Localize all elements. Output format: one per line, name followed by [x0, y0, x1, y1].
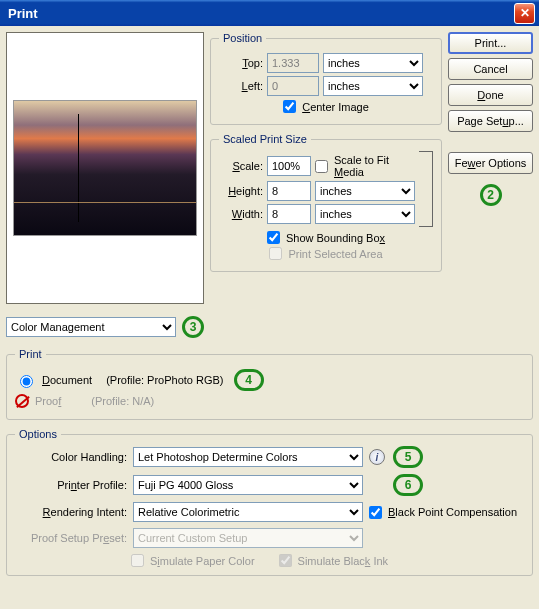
width-label: Width:: [219, 208, 263, 220]
close-icon: ✕: [520, 6, 530, 20]
document-label: Document: [42, 374, 92, 386]
position-legend: Position: [219, 32, 266, 44]
top-label: Top:: [219, 57, 263, 69]
scaled-group: Scaled Print Size Scale: Scale to Fit Me…: [210, 133, 442, 272]
proof-preset-label: Proof Setup Preset:: [15, 532, 127, 544]
print-legend: Print: [15, 348, 46, 360]
color-handling-label: Color Handling:: [15, 451, 127, 463]
proof-label: Proof: [35, 395, 61, 407]
annotation-3: 3: [182, 316, 204, 338]
color-handling-select[interactable]: Let Photoshop Determine Colors: [133, 447, 363, 467]
bpc-checkbox[interactable]: Black Point Compensation: [369, 506, 524, 519]
annotation-2: 2: [480, 184, 502, 206]
height-unit-select[interactable]: inches: [315, 181, 415, 201]
preview-image: [13, 100, 197, 236]
annotation-4: 4: [234, 369, 264, 391]
scale-label: Scale:: [219, 160, 263, 172]
position-group: Position Top: inches Left: inches Center…: [210, 32, 442, 125]
simulate-paper-checkbox: Simulate Paper Color: [131, 554, 255, 567]
options-legend: Options: [15, 428, 61, 440]
height-label: Height:: [219, 185, 263, 197]
print-preview: [6, 32, 204, 304]
bpc-input[interactable]: [369, 506, 382, 519]
simulate-ink-checkbox: Simulate Black Ink: [279, 554, 389, 567]
page-setup-button[interactable]: Page Setup...: [448, 110, 533, 132]
left-unit-select[interactable]: inches: [323, 76, 423, 96]
left-input[interactable]: [267, 76, 319, 96]
print-button[interactable]: Print...: [448, 32, 533, 54]
info-icon[interactable]: i: [369, 449, 385, 465]
left-label: Left:: [219, 80, 263, 92]
proof-preset-select: Current Custom Setup: [133, 528, 363, 548]
print-selected-area-input: [269, 247, 282, 260]
show-bbox-checkbox[interactable]: Show Bounding Box: [267, 231, 385, 244]
top-input[interactable]: [267, 53, 319, 73]
options-section: Options Color Handling: Let Photoshop De…: [6, 428, 533, 576]
rendering-intent-select[interactable]: Relative Colorimetric: [133, 502, 363, 522]
height-input[interactable]: [267, 181, 311, 201]
show-bbox-input[interactable]: [267, 231, 280, 244]
document-radio[interactable]: [20, 375, 33, 388]
printer-profile-label: Printer Profile:: [15, 479, 127, 491]
scale-input[interactable]: [267, 156, 311, 176]
print-selected-area-checkbox: Print Selected Area: [269, 247, 382, 260]
simulate-ink-input: [279, 554, 292, 567]
fewer-options-button[interactable]: Fewer Options: [448, 152, 533, 174]
width-unit-select[interactable]: inches: [315, 204, 415, 224]
scale-to-fit-checkbox[interactable]: Scale to Fit Media: [315, 154, 415, 178]
document-profile: (Profile: ProPhoto RGB): [106, 374, 223, 386]
close-button[interactable]: ✕: [514, 3, 535, 24]
top-unit-select[interactable]: inches: [323, 53, 423, 73]
titlebar: Print ✕: [0, 0, 539, 26]
prohibit-icon: [15, 394, 29, 408]
annotation-5: 5: [393, 446, 423, 468]
done-button[interactable]: Done: [448, 84, 533, 106]
center-image-input[interactable]: [283, 100, 296, 113]
center-image-checkbox[interactable]: Center Image: [283, 100, 369, 113]
scale-to-fit-input[interactable]: [315, 160, 328, 173]
print-section: Print Document (Profile: ProPhoto RGB) 4…: [6, 348, 533, 420]
annotation-6: 6: [393, 474, 423, 496]
simulate-paper-input: [131, 554, 144, 567]
rendering-intent-label: Rendering Intent:: [15, 506, 127, 518]
proof-profile: (Profile: N/A): [91, 395, 154, 407]
link-bracket-icon: [419, 151, 433, 227]
printer-profile-select[interactable]: Fuji PG 4000 Gloss: [133, 475, 363, 495]
width-input[interactable]: [267, 204, 311, 224]
scaled-legend: Scaled Print Size: [219, 133, 311, 145]
window-title: Print: [8, 6, 514, 21]
cancel-button[interactable]: Cancel: [448, 58, 533, 80]
mode-select[interactable]: Color Management: [6, 317, 176, 337]
